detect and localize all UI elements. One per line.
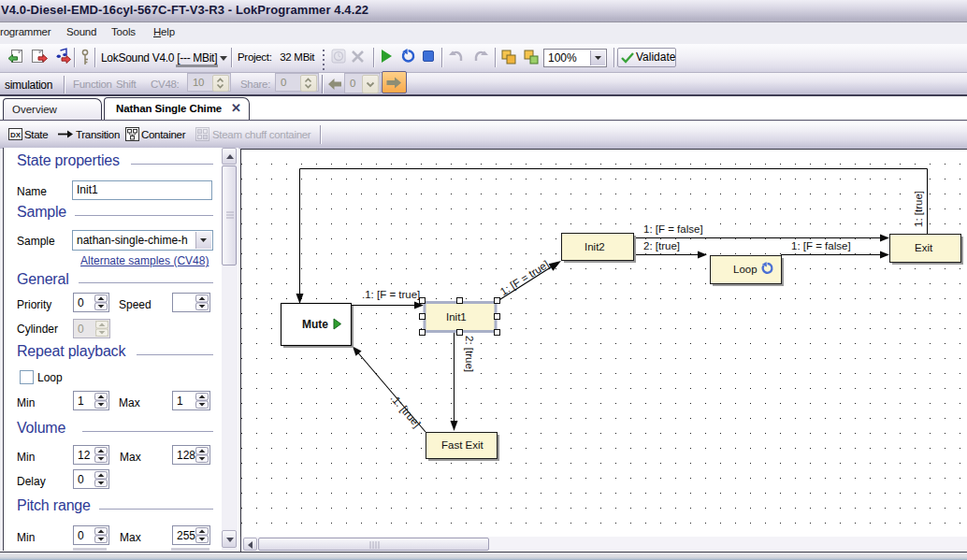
svg-text:2: [true]: 2: [true] bbox=[643, 240, 680, 251]
svg-text:Exit: Exit bbox=[915, 242, 933, 253]
svg-text:DX: DX bbox=[10, 131, 22, 139]
svg-text:Init1: Init1 bbox=[446, 311, 467, 323]
svg-text:Fast Exit: Fast Exit bbox=[441, 439, 484, 451]
svg-text:2: [true]: 2: [true] bbox=[464, 336, 475, 372]
svg-text:Mute: Mute bbox=[302, 318, 328, 331]
svg-text:1: [true]: 1: [true] bbox=[913, 191, 924, 227]
svg-text:Loop: Loop bbox=[733, 264, 758, 275]
svg-text:1: [F = false]: 1: [F = false] bbox=[643, 223, 703, 235]
svg-text:.1: [F = true]: .1: [F = true] bbox=[362, 289, 420, 300]
svg-text:1: [F = false]: 1: [F = false] bbox=[791, 240, 851, 251]
svg-text:Init2: Init2 bbox=[585, 241, 605, 252]
